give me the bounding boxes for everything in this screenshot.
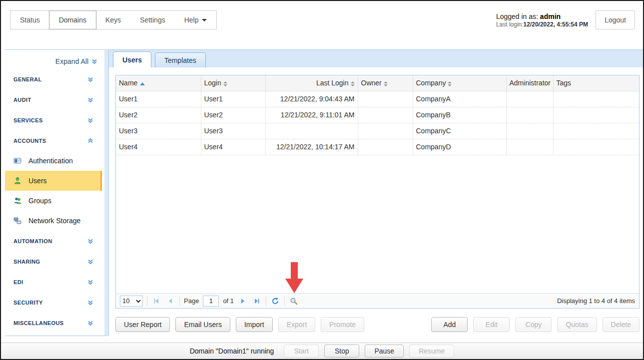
tab-users[interactable]: Users xyxy=(113,51,151,67)
double-chevron-down-icon xyxy=(87,238,93,244)
import-button[interactable]: Import xyxy=(236,317,273,332)
cell-owner xyxy=(358,123,413,139)
double-chevron-down-icon xyxy=(87,76,93,82)
prev-page-icon[interactable] xyxy=(165,296,175,306)
nav-keys[interactable]: Keys xyxy=(96,11,130,29)
sidebar-section-miscellaneous[interactable]: MISCELLANEOUS xyxy=(5,313,104,333)
tab-templates[interactable]: Templates xyxy=(155,52,206,67)
column-label: Tags xyxy=(557,79,572,87)
column-label: Login xyxy=(204,79,221,87)
column-header-login[interactable]: Login xyxy=(201,75,265,91)
sort-icon xyxy=(223,81,227,86)
sidebar-section-sharing[interactable]: SHARING xyxy=(5,251,104,272)
nav-domains[interactable]: Domains xyxy=(49,10,96,29)
search-icon[interactable] xyxy=(289,296,299,306)
sidebar-section-audit[interactable]: AUDIT xyxy=(5,89,104,110)
double-chevron-down-icon xyxy=(87,320,93,326)
chevron-down-icon xyxy=(202,19,207,21)
cell-owner xyxy=(358,139,413,155)
nav-status[interactable]: Status xyxy=(10,11,49,29)
sort-icon xyxy=(448,81,452,86)
cell-login: User1 xyxy=(201,91,265,107)
sidebar-section-accounts[interactable]: ACCOUNTS xyxy=(5,130,104,151)
double-chevron-up-icon xyxy=(87,138,93,144)
start-button[interactable]: Start xyxy=(284,345,319,358)
table-header-row: Name Login Last Login Owner Company Admi… xyxy=(116,75,639,91)
sort-ascending-icon xyxy=(140,82,145,85)
pagination-status: Displaying 1 to 4 of 4 items xyxy=(557,297,635,305)
column-header-name[interactable]: Name xyxy=(116,75,201,91)
page-number-input[interactable] xyxy=(203,296,219,307)
cell-company: CompanyA xyxy=(413,91,506,107)
sidebar-section-general[interactable]: GENERAL xyxy=(5,69,104,89)
user-report-button[interactable]: User Report xyxy=(115,317,170,332)
quotas-button[interactable]: Quotas xyxy=(557,317,597,332)
refresh-icon[interactable] xyxy=(270,296,280,306)
delete-button[interactable]: Delete xyxy=(603,317,640,332)
column-header-company[interactable]: Company xyxy=(413,75,506,91)
next-page-icon[interactable] xyxy=(238,296,248,306)
section-label: MISCELLANEOUS xyxy=(13,320,64,326)
cell-name: User4 xyxy=(116,139,201,155)
sidebar-item-authentication[interactable]: Authentication xyxy=(5,151,104,171)
sidebar-section-automation[interactable]: AUTOMATION xyxy=(5,231,104,251)
table-row[interactable]: User3 User3 CompanyC xyxy=(116,123,639,139)
expand-all-button[interactable]: Expand All xyxy=(5,54,104,69)
table-row[interactable]: User2 User2 12/21/2022, 9:11:01 AM Compa… xyxy=(116,107,639,123)
promote-button[interactable]: Promote xyxy=(321,317,364,332)
page-size-select[interactable]: 10 xyxy=(120,296,143,307)
cell-company: CompanyC xyxy=(413,123,506,139)
pause-button[interactable]: Pause xyxy=(365,345,404,358)
sidebar-section-edi[interactable]: EDI xyxy=(5,272,104,292)
column-header-administrator[interactable]: Administrator xyxy=(506,75,553,91)
logged-in-label: Logged in as: xyxy=(496,12,540,20)
table-row[interactable]: User4 User4 12/21/2022, 10:14:17 AM Comp… xyxy=(116,139,639,155)
first-page-icon[interactable] xyxy=(151,296,161,306)
login-info: Logged in as: admin Last login:12/20/202… xyxy=(496,12,588,29)
divider xyxy=(284,297,285,306)
email-users-button[interactable]: Email Users xyxy=(175,317,230,332)
nav-settings-label: Settings xyxy=(140,16,165,24)
sidebar-item-groups[interactable]: Groups xyxy=(5,191,104,211)
sidebar-item-network-storage[interactable]: Network Storage xyxy=(5,211,104,231)
logout-button[interactable]: Logout xyxy=(596,10,635,29)
table-row[interactable]: User1 User1 12/21/2022, 9:04:43 AM Compa… xyxy=(116,91,639,107)
column-header-tags[interactable]: Tags xyxy=(553,75,639,91)
section-label: AUTOMATION xyxy=(13,238,52,244)
double-chevron-down-icon xyxy=(87,300,93,306)
add-button[interactable]: Add xyxy=(431,317,468,332)
sidebar-section-security[interactable]: SECURITY xyxy=(5,292,104,313)
section-label: AUDIT xyxy=(13,97,31,103)
stop-button[interactable]: Stop xyxy=(324,345,359,358)
cell-owner xyxy=(358,91,413,107)
edit-button[interactable]: Edit xyxy=(473,317,510,332)
page-label: Page xyxy=(184,297,199,305)
sidebar-section-services[interactable]: SERVICES xyxy=(5,110,104,130)
cell-login: User3 xyxy=(201,123,265,139)
nav-settings[interactable]: Settings xyxy=(130,11,175,29)
section-label: SHARING xyxy=(13,259,40,265)
last-login-label: Last login: xyxy=(496,21,524,28)
export-button[interactable]: Export xyxy=(278,317,315,332)
double-chevron-down-icon xyxy=(87,279,93,285)
cell-tags xyxy=(553,107,639,123)
copy-button[interactable]: Copy xyxy=(515,317,552,332)
top-header: Status Domains Keys Settings Help Logged… xyxy=(1,1,643,49)
nav-help[interactable]: Help xyxy=(175,11,217,29)
network-storage-icon xyxy=(13,217,21,225)
sidebar-item-users[interactable]: Users xyxy=(5,171,102,191)
cell-owner xyxy=(358,107,413,123)
cell-name: User2 xyxy=(116,107,201,123)
expand-all-label: Expand All xyxy=(55,57,88,65)
cell-administrator xyxy=(506,91,553,107)
cell-administrator xyxy=(506,107,553,123)
sort-icon xyxy=(351,81,355,86)
last-page-icon[interactable] xyxy=(252,296,262,306)
column-header-owner[interactable]: Owner xyxy=(358,75,413,91)
page-of-label: of 1 xyxy=(223,297,234,305)
column-label: Administrator xyxy=(510,79,551,87)
resume-button[interactable]: Resume xyxy=(409,345,454,358)
cell-tags xyxy=(553,139,639,155)
column-header-last-login[interactable]: Last Login xyxy=(265,75,358,91)
double-chevron-down-icon xyxy=(87,97,93,103)
